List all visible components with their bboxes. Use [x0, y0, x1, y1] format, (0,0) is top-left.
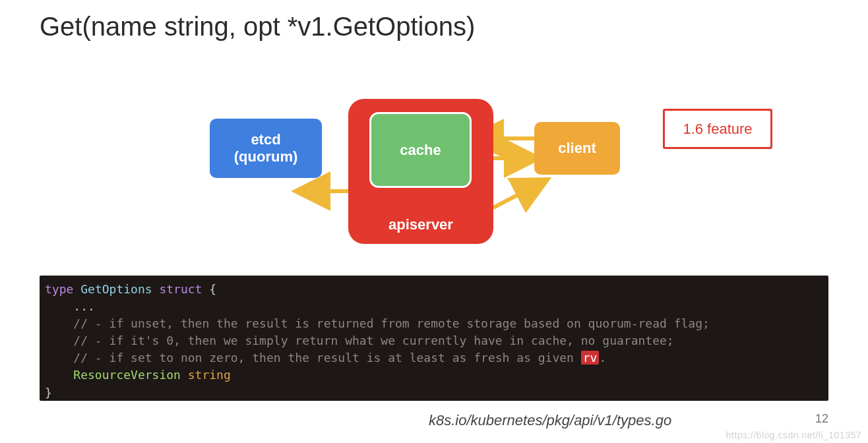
brace-open: { — [209, 282, 216, 296]
kw-struct: struct — [159, 282, 202, 296]
feature-label: 1.6 feature — [683, 121, 752, 138]
watermark: https://blog.csdn.net/li_101357 — [726, 430, 861, 440]
client-box: client — [534, 122, 620, 175]
comment-line-2: // - if it's 0, then we simply return wh… — [73, 334, 673, 347]
comment-line-3a: // - if set to non zero, then the result… — [73, 351, 580, 365]
footer-source-path: k8s.io/kubernetes/pkg/api/v1/types.go — [429, 412, 671, 429]
svg-line-3 — [493, 185, 538, 208]
field-name: ResourceVersion — [73, 368, 181, 382]
id-getoptions: GetOptions — [80, 282, 152, 296]
kw-type: type — [45, 282, 73, 296]
comment-highlight-rv: rv — [581, 351, 600, 365]
comment-line-1: // - if unset, then the result is return… — [73, 316, 710, 330]
slide-title: Get(name string, opt *v1.GetOptions) — [40, 12, 475, 42]
code-block: type GetOptions struct { ... // - if uns… — [40, 276, 828, 401]
code-ellipsis: ... — [73, 299, 95, 313]
field-type: string — [188, 368, 231, 382]
etcd-label: etcd (quorum) — [234, 131, 298, 166]
cache-box: cache — [369, 112, 472, 188]
architecture-diagram: etcd (quorum) apiserver cache client 1.6… — [0, 86, 868, 264]
feature-badge: 1.6 feature — [663, 109, 772, 149]
slide: Get(name string, opt *v1.GetOptions) etc… — [0, 0, 868, 443]
cache-label: cache — [400, 142, 441, 159]
apiserver-label: apiserver — [388, 216, 453, 233]
etcd-box: etcd (quorum) — [210, 119, 322, 178]
client-label: client — [558, 140, 596, 157]
brace-close: } — [45, 386, 52, 399]
comment-line-3b: . — [599, 351, 606, 365]
page-number: 12 — [815, 412, 828, 426]
